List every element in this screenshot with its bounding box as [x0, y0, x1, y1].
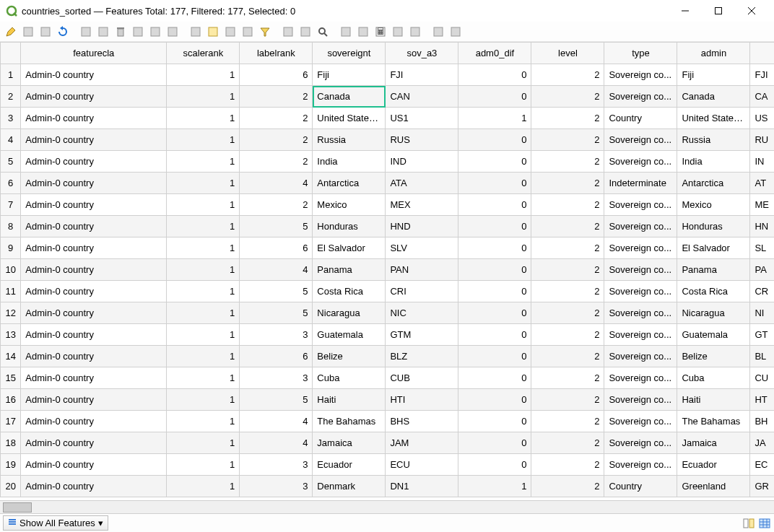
form-view-icon[interactable]: [448, 24, 464, 40]
cell-level[interactable]: 2: [531, 173, 604, 194]
cell-admin[interactable]: The Bahamas: [677, 411, 750, 432]
cell-scalerank[interactable]: 1: [167, 86, 240, 108]
cell-sovereignt[interactable]: Panama: [313, 259, 386, 281]
cell-labelrank[interactable]: 6: [240, 346, 313, 367]
row-header[interactable]: 18: [1, 432, 21, 454]
cell-labelrank[interactable]: 4: [240, 259, 313, 281]
cell-type[interactable]: Sovereign co...: [604, 324, 677, 346]
cell-labelrank[interactable]: 2: [240, 151, 313, 173]
row-header[interactable]: 3: [1, 108, 21, 129]
cell-level[interactable]: 2: [531, 108, 604, 129]
row-header[interactable]: 6: [1, 173, 21, 194]
cell-adm0_dif[interactable]: 0: [458, 151, 531, 173]
row-header[interactable]: 1: [1, 64, 21, 86]
cell-adm0_a3[interactable]: GT: [750, 324, 774, 346]
cell-type[interactable]: Sovereign co...: [604, 432, 677, 454]
row-header[interactable]: 19: [1, 454, 21, 476]
invert-selection-icon[interactable]: [222, 24, 238, 40]
cell-type[interactable]: Sovereign co...: [604, 281, 677, 302]
cell-sov_a3[interactable]: GTM: [386, 324, 458, 346]
cell-adm0_dif[interactable]: 0: [458, 389, 531, 411]
cell-type[interactable]: Sovereign co...: [604, 259, 677, 281]
cell-level[interactable]: 2: [531, 281, 604, 302]
cell-sovereignt[interactable]: Canada: [313, 86, 386, 108]
cell-adm0_dif[interactable]: 0: [458, 454, 531, 476]
cell-admin[interactable]: Jamaica: [677, 432, 750, 454]
cell-featurecla[interactable]: Admin-0 country: [21, 302, 167, 324]
cell-adm0_a3[interactable]: NI: [750, 302, 774, 324]
cell-sov_a3[interactable]: ECU: [386, 454, 458, 476]
cell-sovereignt[interactable]: Costa Rica: [313, 281, 386, 302]
column-header-sovereignt[interactable]: sovereignt: [313, 43, 386, 64]
cell-featurecla[interactable]: Admin-0 country: [21, 367, 167, 389]
maximize-button[interactable]: [702, 0, 735, 22]
cell-featurecla[interactable]: Admin-0 country: [21, 281, 167, 302]
column-header-featurecla[interactable]: featurecla: [21, 43, 167, 64]
cell-scalerank[interactable]: 1: [167, 432, 240, 454]
cell-scalerank[interactable]: 1: [167, 389, 240, 411]
cell-scalerank[interactable]: 1: [167, 454, 240, 476]
cell-labelrank[interactable]: 2: [240, 129, 313, 151]
cell-adm0_dif[interactable]: 0: [458, 367, 531, 389]
cell-type[interactable]: Sovereign co...: [604, 194, 677, 216]
cell-adm0_a3[interactable]: HN: [750, 216, 774, 237]
minimize-button[interactable]: [669, 0, 702, 22]
field-calculator-icon[interactable]: 🖩: [373, 24, 388, 40]
cell-scalerank[interactable]: 1: [167, 259, 240, 281]
cell-sovereignt[interactable]: Cuba: [313, 367, 386, 389]
cell-level[interactable]: 2: [531, 151, 604, 173]
cell-level[interactable]: 2: [531, 346, 604, 367]
cell-scalerank[interactable]: 1: [167, 173, 240, 194]
cell-sov_a3[interactable]: HND: [386, 216, 458, 237]
conditional-formatting-icon[interactable]: [390, 24, 406, 40]
select-all-icon[interactable]: [205, 24, 221, 40]
cell-labelrank[interactable]: 6: [240, 64, 313, 86]
cell-type[interactable]: Sovereign co...: [604, 389, 677, 411]
cell-sov_a3[interactable]: PAN: [386, 259, 458, 281]
cell-labelrank[interactable]: 2: [240, 108, 313, 129]
cell-admin[interactable]: Nicaragua: [677, 302, 750, 324]
cell-adm0_dif[interactable]: 0: [458, 432, 531, 454]
zoom-to-selected-icon[interactable]: [315, 24, 331, 40]
cell-sovereignt[interactable]: Mexico: [313, 194, 386, 216]
cell-adm0_dif[interactable]: 0: [458, 259, 531, 281]
row-header[interactable]: 9: [1, 237, 21, 259]
cell-adm0_a3[interactable]: US: [750, 108, 774, 129]
cell-sovereignt[interactable]: Haiti: [313, 389, 386, 411]
cell-labelrank[interactable]: 5: [240, 216, 313, 237]
row-header[interactable]: 5: [1, 151, 21, 173]
cell-type[interactable]: Sovereign co...: [604, 64, 677, 86]
cell-scalerank[interactable]: 1: [167, 324, 240, 346]
cell-featurecla[interactable]: Admin-0 country: [21, 346, 167, 367]
cell-sovereignt[interactable]: Nicaragua: [313, 302, 386, 324]
cell-scalerank[interactable]: 1: [167, 302, 240, 324]
cell-level[interactable]: 2: [531, 302, 604, 324]
cell-adm0_dif[interactable]: 0: [458, 194, 531, 216]
cell-labelrank[interactable]: 5: [240, 302, 313, 324]
cell-sov_a3[interactable]: BLZ: [386, 346, 458, 367]
cell-adm0_a3[interactable]: IN: [750, 151, 774, 173]
close-button[interactable]: [735, 0, 768, 22]
column-header-labelrank[interactable]: labelrank: [240, 43, 313, 64]
cell-adm0_a3[interactable]: EC: [750, 454, 774, 476]
cell-level[interactable]: 2: [531, 389, 604, 411]
cell-sovereignt[interactable]: Russia: [313, 129, 386, 151]
cell-admin[interactable]: Russia: [677, 129, 750, 151]
actions-icon[interactable]: [407, 24, 423, 40]
cell-scalerank[interactable]: 1: [167, 129, 240, 151]
cell-labelrank[interactable]: 4: [240, 432, 313, 454]
cell-type[interactable]: Sovereign co...: [604, 129, 677, 151]
cell-featurecla[interactable]: Admin-0 country: [21, 324, 167, 346]
cell-adm0_a3[interactable]: BL: [750, 346, 774, 367]
cell-scalerank[interactable]: 1: [167, 108, 240, 129]
reload-icon[interactable]: [55, 24, 71, 40]
row-header[interactable]: 2: [1, 86, 21, 108]
cell-labelrank[interactable]: 5: [240, 389, 313, 411]
cell-featurecla[interactable]: Admin-0 country: [21, 216, 167, 237]
cell-sovereignt[interactable]: India: [313, 151, 386, 173]
cell-type[interactable]: Sovereign co...: [604, 367, 677, 389]
cell-admin[interactable]: Belize: [677, 346, 750, 367]
column-header-scalerank[interactable]: scalerank: [167, 43, 240, 64]
cell-type[interactable]: Indeterminate: [604, 173, 677, 194]
table-view-icon[interactable]: [758, 517, 771, 530]
